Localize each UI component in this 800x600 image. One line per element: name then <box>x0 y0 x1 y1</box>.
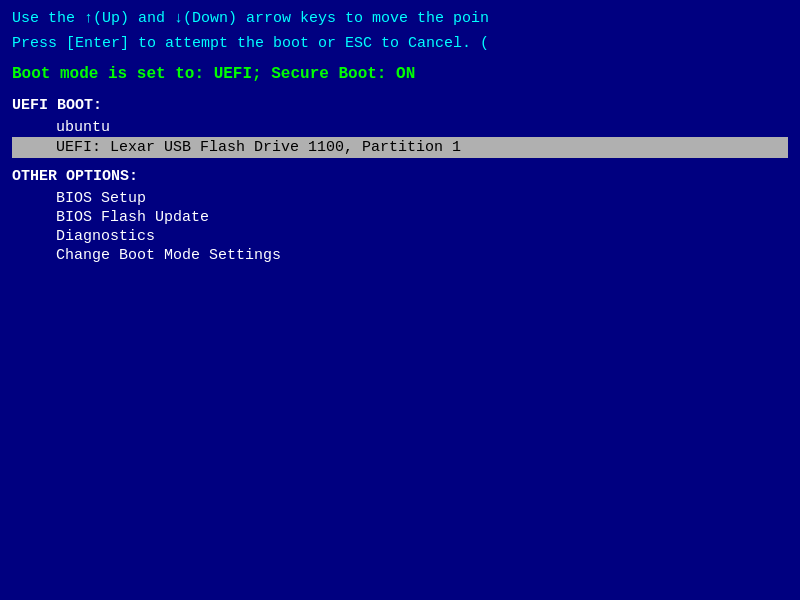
other-options-item-bios-flash[interactable]: BIOS Flash Update <box>12 208 788 227</box>
uefi-boot-header: UEFI BOOT: <box>12 97 788 114</box>
other-options-item-diagnostics[interactable]: Diagnostics <box>12 227 788 246</box>
other-options-item-bios-setup[interactable]: BIOS Setup <box>12 189 788 208</box>
other-options-item-change-boot[interactable]: Change Boot Mode Settings <box>12 246 788 265</box>
uefi-boot-item-ubuntu[interactable]: ubuntu <box>12 118 788 137</box>
instruction-line-1: Use the ↑(Up) and ↓(Down) arrow keys to … <box>12 8 788 31</box>
uefi-boot-section: UEFI BOOT: ubuntu UEFI: Lexar USB Flash … <box>12 97 788 158</box>
boot-status: Boot mode is set to: UEFI; Secure Boot: … <box>12 65 788 83</box>
uefi-boot-item-lexar[interactable]: UEFI: Lexar USB Flash Drive 1100, Partit… <box>12 137 788 158</box>
instruction-line-2: Press [Enter] to attempt the boot or ESC… <box>12 33 788 56</box>
other-options-header: OTHER OPTIONS: <box>12 168 788 185</box>
other-options-section: OTHER OPTIONS: BIOS Setup BIOS Flash Upd… <box>12 168 788 265</box>
